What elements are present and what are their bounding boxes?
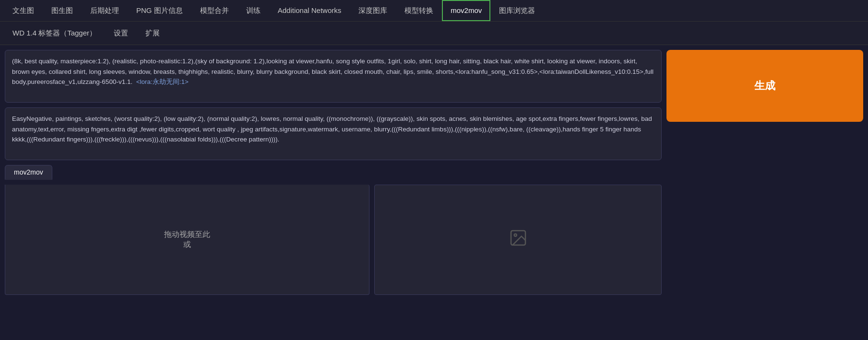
nav-tagger[interactable]: WD 1.4 标签器（Tagger）: [4, 23, 105, 44]
video-drop-text: 拖动视频至此 或: [164, 230, 210, 250]
positive-prompt-text: (8k, best quality, masterpiece:1.2), (re…: [12, 58, 654, 85]
nav-img2img[interactable]: 图生图: [43, 0, 82, 21]
tab-row: mov2mov: [5, 165, 662, 180]
bottom-panels: 拖动视频至此 或: [5, 185, 662, 295]
output-panel: [374, 185, 662, 295]
nav-model-convert[interactable]: 模型转换: [396, 0, 442, 21]
nav-train[interactable]: 训练: [238, 0, 269, 21]
tab-mov2mov[interactable]: mov2mov: [5, 165, 52, 180]
nav-txt2img[interactable]: 文生图: [4, 0, 43, 21]
nav-depth[interactable]: 深度图库: [350, 0, 396, 21]
negative-prompt-text: EasyNegative, paintings, sketches, (wors…: [12, 115, 652, 143]
video-drop-or: 或: [164, 240, 210, 250]
nav-merge[interactable]: 模型合并: [191, 0, 238, 21]
nav-extensions[interactable]: 扩展: [137, 23, 168, 44]
nav-png-info[interactable]: PNG 图片信息: [128, 0, 191, 21]
video-drop-panel[interactable]: 拖动视频至此 或: [5, 185, 369, 295]
nav-settings[interactable]: 设置: [105, 23, 137, 44]
positive-prompt[interactable]: (8k, best quality, masterpiece:1.2), (re…: [5, 50, 662, 103]
negative-prompt[interactable]: EasyNegative, paintings, sketches, (wors…: [5, 107, 662, 160]
svg-point-1: [514, 234, 516, 236]
nav-browser[interactable]: 图库浏览器: [490, 0, 544, 21]
generate-button[interactable]: 生成: [666, 50, 863, 122]
output-image-icon: [509, 228, 528, 252]
left-panel: (8k, best quality, masterpiece:1.2), (re…: [5, 50, 662, 295]
top-nav-row2: WD 1.4 标签器（Tagger） 设置 扩展: [0, 22, 868, 45]
video-drop-label: 拖动视频至此: [164, 230, 210, 240]
nav-additional-networks[interactable]: Additional Networks: [269, 0, 350, 21]
nav-mov2mov[interactable]: mov2mov: [442, 0, 490, 21]
right-panel: 生成: [666, 50, 863, 295]
top-nav-row1: 文生图 图生图 后期处理 PNG 图片信息 模型合并 训练 Additional…: [0, 0, 868, 22]
nav-postprocess[interactable]: 后期处理: [82, 0, 128, 21]
lora-link[interactable]: <lora:永劫无间:1>: [136, 78, 189, 85]
main-content: (8k, best quality, masterpiece:1.2), (re…: [0, 45, 868, 300]
